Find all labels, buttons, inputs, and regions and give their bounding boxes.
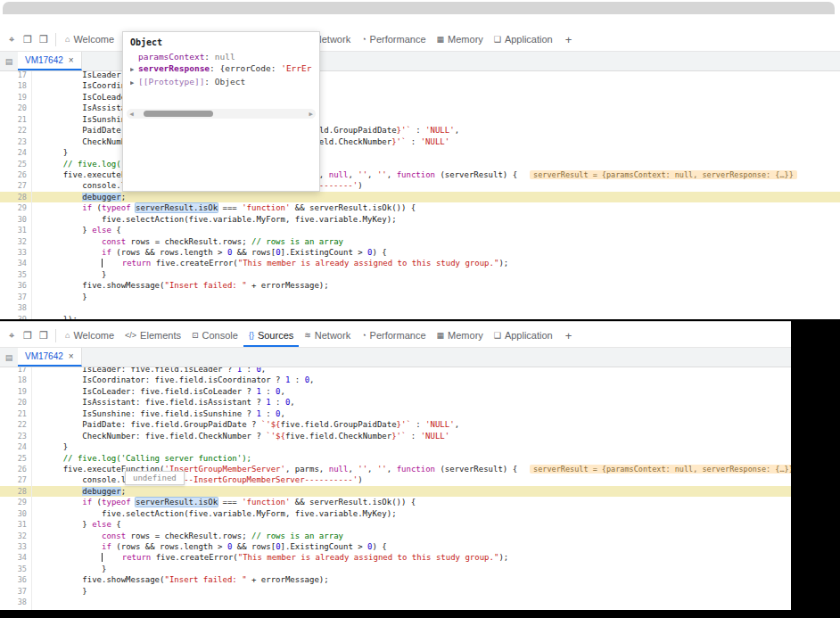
- line-number[interactable]: 29: [0, 497, 32, 507]
- code-line[interactable]: 33 if (rows && rows.length > 0 && rows[0…: [0, 247, 840, 258]
- line-number[interactable]: 32: [0, 531, 32, 541]
- line-number[interactable]: 39: [0, 314, 32, 319]
- code-line[interactable]: 29 if (typeof serverResult.isOk === 'fun…: [0, 202, 840, 213]
- code-line[interactable]: 31 } else {: [0, 225, 840, 235]
- line-number[interactable]: 17: [0, 367, 32, 375]
- device-toolbar-icon[interactable]: ❐: [20, 325, 36, 347]
- tab-performance[interactable]: ◔Performance: [356, 29, 431, 51]
- line-number[interactable]: 30: [0, 214, 32, 225]
- code-line[interactable]: 35 }: [0, 269, 840, 280]
- scroll-left-arrow-icon[interactable]: ◀: [127, 111, 136, 118]
- code-line[interactable]: 35 }: [0, 564, 791, 574]
- line-number[interactable]: 34: [0, 258, 32, 268]
- code-line[interactable]: 28 debugger;: [0, 192, 840, 202]
- code-line[interactable]: 25 // five.log('Calling server function'…: [0, 453, 791, 464]
- scroll-right-arrow-icon[interactable]: ▶: [306, 111, 316, 118]
- popup-property-row[interactable]: ▶serverResponse: {errorCode: 'ErrErrorOk…: [130, 62, 312, 76]
- line-number[interactable]: 26: [0, 169, 32, 180]
- line-number[interactable]: 20: [0, 397, 32, 408]
- code-line[interactable]: 38: [0, 302, 840, 313]
- code-line[interactable]: 37 }: [0, 586, 791, 597]
- code-line[interactable]: 36 five.showMessage("Insert failed: " + …: [0, 280, 840, 291]
- close-icon[interactable]: ×: [69, 55, 74, 65]
- code-line[interactable]: 32 const rows = checkResult.rows; // row…: [0, 531, 791, 541]
- inspect-icon[interactable]: ⌖: [4, 325, 20, 347]
- code-line[interactable]: 31 } else {: [0, 519, 791, 530]
- code-line[interactable]: 36 five.showMessage("Insert failed: " + …: [0, 574, 791, 585]
- line-number[interactable]: 18: [0, 375, 32, 385]
- line-number[interactable]: 18: [0, 80, 32, 91]
- code-line[interactable]: 19 IsCoLeader: five.field.isCoLeader ? 1…: [0, 386, 791, 397]
- line-number[interactable]: 21: [0, 114, 32, 125]
- dock-side-icon[interactable]: ❒: [36, 29, 52, 51]
- line-number[interactable]: 28: [0, 192, 32, 202]
- close-icon[interactable]: ×: [69, 351, 74, 361]
- line-number[interactable]: 20: [0, 103, 32, 113]
- code-line[interactable]: 39 });: [0, 314, 840, 319]
- line-number[interactable]: 31: [0, 519, 32, 530]
- line-number[interactable]: 32: [0, 236, 32, 247]
- line-number[interactable]: 31: [0, 225, 32, 235]
- line-number[interactable]: 17: [0, 71, 32, 80]
- scrollbar-thumb[interactable]: [144, 111, 213, 117]
- code-line[interactable]: 23 CheckNumber: five.field.CheckNumber ?…: [0, 431, 791, 441]
- code-line[interactable]: 27 console.log('----------InsertGroupMem…: [0, 474, 791, 485]
- line-number[interactable]: 19: [0, 92, 32, 103]
- line-number[interactable]: 35: [0, 564, 32, 574]
- tab-memory[interactable]: ▦Memory: [432, 29, 489, 51]
- code-line[interactable]: 33 if (rows && rows.length > 0 && rows[0…: [0, 541, 791, 552]
- line-number[interactable]: 35: [0, 269, 32, 280]
- line-number[interactable]: 29: [0, 202, 32, 213]
- tab-application[interactable]: ❑Application: [489, 325, 558, 347]
- code-line[interactable]: 30 five.selectAction(five.variable.MyFor…: [0, 214, 840, 225]
- inspect-icon[interactable]: ⌖: [4, 29, 20, 51]
- line-number[interactable]: 25: [0, 453, 32, 464]
- line-number[interactable]: 30: [0, 508, 32, 519]
- line-number[interactable]: 19: [0, 386, 32, 397]
- dock-side-icon[interactable]: ❒: [36, 325, 52, 347]
- line-number[interactable]: 24: [0, 147, 32, 158]
- line-number[interactable]: 33: [0, 541, 32, 552]
- line-number[interactable]: 25: [0, 159, 32, 169]
- popup-property-row[interactable]: ▶[[Prototype]]: Object: [130, 76, 312, 89]
- device-toolbar-icon[interactable]: ❐: [20, 29, 36, 51]
- line-number[interactable]: 38: [0, 302, 32, 313]
- tab-welcome[interactable]: ⌂Welcome: [60, 325, 119, 347]
- popup-property-row[interactable]: paramsContext: null: [130, 51, 312, 62]
- line-number[interactable]: 24: [0, 441, 32, 452]
- tab-performance[interactable]: ◔Performance: [356, 325, 431, 347]
- tab-elements[interactable]: </>Elements: [119, 325, 186, 347]
- line-number[interactable]: 22: [0, 419, 32, 430]
- tab-console[interactable]: ⊡Console: [186, 325, 243, 347]
- code-line[interactable]: 39 });: [0, 608, 791, 610]
- code-line[interactable]: 37 }: [0, 292, 840, 302]
- code-line[interactable]: 18 IsCoordinator: five.field.isCoordinat…: [0, 375, 791, 385]
- code-line[interactable]: 22 PaidDate: five.field.GroupPaidDate ? …: [0, 419, 791, 430]
- more-tabs-button[interactable]: +: [558, 325, 580, 347]
- line-number[interactable]: 36: [0, 280, 32, 291]
- more-tabs-button[interactable]: +: [558, 29, 580, 51]
- line-number[interactable]: 36: [0, 574, 32, 585]
- line-number[interactable]: 37: [0, 292, 32, 302]
- line-number[interactable]: 23: [0, 136, 32, 147]
- line-number[interactable]: 22: [0, 125, 32, 136]
- popup-horizontal-scrollbar[interactable]: ◀▶: [127, 109, 316, 119]
- code-line[interactable]: 34 return five.createError("This member …: [0, 258, 840, 268]
- file-tab-vm-script[interactable]: VM17642×: [18, 52, 82, 70]
- code-line[interactable]: 21 IsSunshine: five.field.isSunshine ? 1…: [0, 408, 791, 419]
- line-number[interactable]: 27: [0, 180, 32, 191]
- tab-sources[interactable]: {}Sources: [243, 325, 299, 347]
- expand-triangle-icon[interactable]: ▶: [130, 78, 138, 89]
- code-line[interactable]: 26 five.executeFunction('InsertGroupMemb…: [0, 464, 791, 474]
- tab-memory[interactable]: ▦Memory: [432, 325, 489, 347]
- line-number[interactable]: 37: [0, 586, 32, 597]
- tab-application[interactable]: ❑Application: [489, 29, 558, 51]
- line-number[interactable]: 38: [0, 597, 32, 607]
- code-line[interactable]: 24 }: [0, 441, 791, 452]
- code-line[interactable]: 29 if (typeof serverResult.isOk === 'fun…: [0, 497, 791, 507]
- code-line[interactable]: 38: [0, 597, 791, 607]
- line-number[interactable]: 34: [0, 552, 32, 563]
- tab-welcome[interactable]: ⌂Welcome: [60, 29, 119, 51]
- line-number[interactable]: 21: [0, 408, 32, 419]
- line-number[interactable]: 28: [0, 486, 32, 497]
